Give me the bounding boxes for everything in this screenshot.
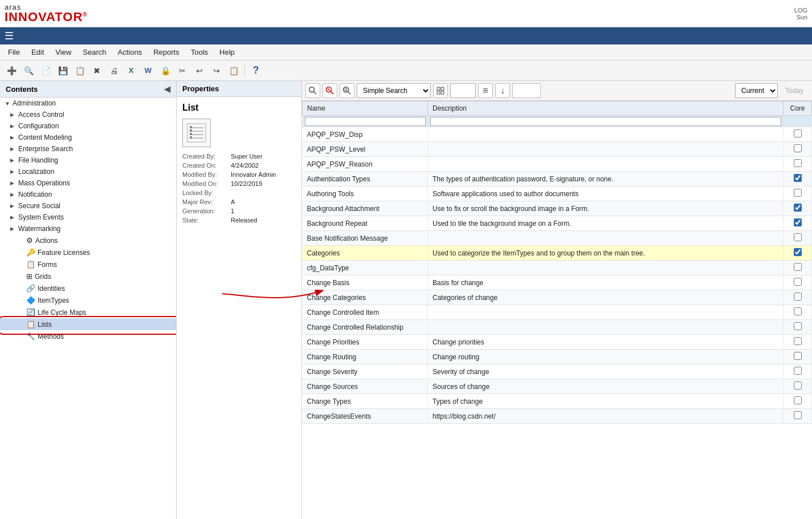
core-checkbox[interactable] [794, 396, 802, 404]
sidebar-item-forms[interactable]: 📋Forms [0, 258, 176, 270]
core-checkbox[interactable] [794, 307, 802, 315]
core-checkbox[interactable] [794, 352, 802, 360]
toolbar-excel[interactable]: X [123, 63, 139, 79]
table-row[interactable]: Authoring ToolsSoftware applications use… [303, 186, 812, 201]
svg-line-13 [328, 88, 330, 91]
core-checkbox[interactable] [794, 174, 802, 182]
core-checkbox[interactable] [794, 233, 802, 241]
table-row[interactable]: Change RoutingChange routing [303, 350, 812, 364]
sidebar-item-configuration[interactable]: ▶Configuration [0, 120, 176, 132]
sidebar-item-content-modeling[interactable]: ▶Content Modeling [0, 132, 176, 143]
sidebar-item-grids[interactable]: ⊞Grids [0, 270, 176, 282]
sidebar-collapse-button[interactable]: ◀ [164, 84, 170, 94]
toolbar-open[interactable]: 📄 [38, 63, 54, 79]
table-row[interactable]: cfg_DataType [303, 261, 812, 275]
sidebar-item-mass-operations[interactable]: ▶Mass Operations [0, 177, 176, 189]
toolbar-paste[interactable]: 📋 [226, 63, 242, 79]
sidebar-item-lists[interactable]: 📋Lists [0, 318, 176, 330]
core-checkbox[interactable] [794, 293, 802, 301]
table-row[interactable]: CategoriesUsed to categorize the ItemTyp… [303, 246, 812, 261]
grid-view-button[interactable] [433, 83, 448, 98]
run-search-button[interactable] [305, 83, 320, 98]
sidebar-item-system-events[interactable]: ▶System Events [0, 212, 176, 223]
table-row[interactable]: APQP_PSW_Disp [303, 127, 812, 142]
toolbar-copy[interactable]: 📋 [72, 63, 88, 79]
core-checkbox[interactable] [794, 382, 802, 390]
menu-item-help[interactable]: Help [214, 46, 240, 59]
sidebar-item-life-cycle-maps[interactable]: 🔄Life Cycle Maps [0, 306, 176, 318]
search-count-input[interactable]: 200 [450, 83, 476, 98]
table-row[interactable]: Background RepeatUsed to tile the backgr… [303, 216, 812, 231]
core-checkbox[interactable] [794, 322, 802, 330]
sidebar-item-methods[interactable]: 🔧Methods [0, 330, 176, 342]
toolbar-redo[interactable]: ↪ [209, 63, 225, 79]
core-checkbox[interactable] [794, 159, 802, 167]
cell-description: Change routing [428, 350, 784, 364]
table-row[interactable]: APQP_PSW_Reason [303, 157, 812, 172]
filter-name-input[interactable] [305, 117, 426, 126]
sidebar-item-file-handling[interactable]: ▶File Handling [0, 155, 176, 166]
hamburger-icon[interactable]: ☰ [5, 30, 14, 42]
table-row[interactable]: Change Controlled Item [303, 305, 812, 320]
core-checkbox[interactable] [794, 189, 802, 197]
menu-item-tools[interactable]: Tools [185, 46, 214, 59]
core-checkbox[interactable] [794, 337, 802, 345]
table-row[interactable]: ChangeStatesEventshttps://blog.csdn.net/ [303, 409, 812, 424]
sort-asc-button[interactable]: ≡ [478, 83, 493, 98]
sidebar-item-enterprise-search[interactable]: ▶Enterprise Search [0, 143, 176, 155]
table-row[interactable]: Background AttachmentUse to fix or scrol… [303, 201, 812, 216]
toolbar-search[interactable]: 🔍 [21, 63, 36, 79]
menu-item-file[interactable]: File [2, 46, 26, 59]
sidebar-item-actions[interactable]: ⚙Actions [0, 234, 176, 246]
menu-item-reports[interactable]: Reports [148, 46, 185, 59]
toolbar-word[interactable]: W [140, 63, 156, 79]
table-row[interactable]: Change TypesTypes of change [303, 394, 812, 409]
toolbar-save[interactable]: 💾 [55, 63, 71, 79]
table-row[interactable]: Authentication TypesThe types of authent… [303, 172, 812, 186]
menu-item-actions[interactable]: Actions [112, 46, 148, 59]
core-checkbox[interactable] [794, 411, 802, 419]
sidebar-item-itemtypes[interactable]: 🔷ItemTypes [0, 294, 176, 306]
table-row[interactable]: Base Notification Message [303, 231, 812, 246]
search-type-dropdown[interactable]: Simple SearchAdvanced Search [357, 83, 431, 98]
menu-item-edit[interactable]: Edit [26, 46, 50, 59]
toolbar-help[interactable]: ? [248, 63, 264, 79]
table-row[interactable]: Change BasisBasis for change [303, 275, 812, 290]
toolbar-lock[interactable]: 🔒 [157, 63, 173, 79]
toolbar-print[interactable]: 🖨 [106, 63, 122, 79]
core-checkbox[interactable] [794, 218, 802, 226]
sidebar-item-watermarking[interactable]: ▶Watermarking [0, 223, 176, 234]
toolbar-delete[interactable]: ✖ [89, 63, 105, 79]
sidebar-item-feature-licenses[interactable]: 🔑Feature Licenses [0, 246, 176, 258]
menu-item-view[interactable]: View [50, 46, 77, 59]
sidebar-item-administration[interactable]: ▼Administration [0, 98, 176, 109]
toolbar-new[interactable]: ➕ [3, 63, 19, 79]
table-row[interactable]: Change SourcesSources of change [303, 379, 812, 394]
today-button[interactable]: Today [780, 83, 809, 98]
table-row[interactable]: APQP_PSW_Level [303, 142, 812, 157]
core-checkbox[interactable] [794, 144, 802, 152]
core-checkbox[interactable] [794, 129, 802, 137]
sidebar-item-notification[interactable]: ▶Notification [0, 189, 176, 200]
clear-search-button[interactable] [323, 83, 337, 98]
filter-description-input[interactable] [430, 117, 781, 126]
advanced-search-button[interactable] [340, 83, 354, 98]
sidebar-item-access-control[interactable]: ▶Access Control [0, 109, 176, 120]
table-row[interactable]: Change PrioritiesChange priorities [303, 335, 812, 350]
table-row[interactable]: Change CategoriesCategories of change [303, 290, 812, 305]
toolbar-undo[interactable]: ↩ [191, 63, 207, 79]
core-checkbox[interactable] [794, 278, 802, 286]
sidebar-item-secure-social[interactable]: ▶Secure Social [0, 200, 176, 212]
sort-desc-button[interactable]: ↓ [495, 83, 510, 98]
menu-item-search[interactable]: Search [77, 46, 112, 59]
table-row[interactable]: Change SeveritySeverity of change [303, 364, 812, 379]
sidebar-item-identities[interactable]: 🔗Identities [0, 282, 176, 294]
core-checkbox[interactable] [794, 204, 802, 212]
toolbar-cut[interactable]: ✂ [174, 63, 190, 79]
core-checkbox[interactable] [794, 263, 802, 271]
current-dropdown[interactable]: Current [735, 83, 778, 98]
core-checkbox[interactable] [794, 248, 802, 256]
sidebar-item-localization[interactable]: ▶Localization [0, 166, 176, 177]
core-checkbox[interactable] [794, 367, 802, 375]
table-row[interactable]: Change Controlled Relationship [303, 320, 812, 335]
